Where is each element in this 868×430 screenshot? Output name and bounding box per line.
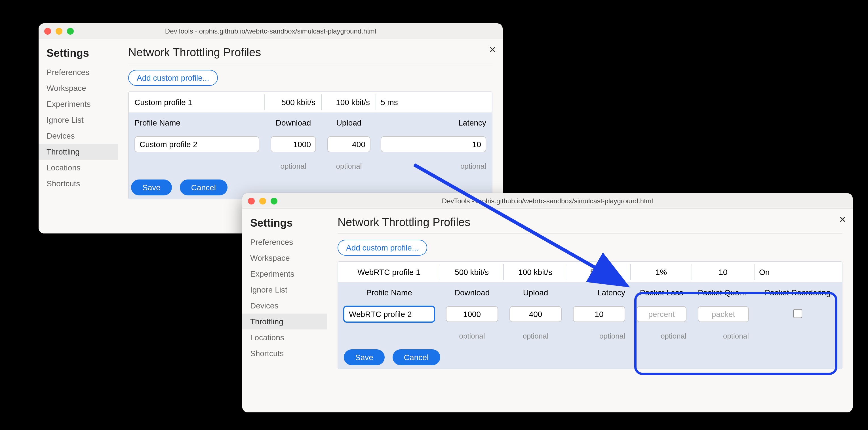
- sidebar-item-locations[interactable]: Locations: [242, 329, 327, 345]
- save-button[interactable]: Save: [131, 179, 172, 195]
- queue-length-input[interactable]: [698, 306, 749, 322]
- sidebar-item-ignore-list[interactable]: Ignore List: [242, 282, 327, 298]
- sidebar-item-workspace[interactable]: Workspace: [242, 250, 327, 266]
- optional-label: optional: [692, 328, 754, 343]
- cell-latency: 5 ms: [567, 264, 631, 280]
- optional-label: optional: [376, 158, 492, 174]
- sidebar-item-locations[interactable]: Locations: [38, 160, 118, 175]
- traffic-min-icon[interactable]: [259, 197, 266, 204]
- window-title: DevTools - orphis.github.io/webrtc-sandb…: [242, 197, 853, 205]
- sidebar-item-throttling[interactable]: Throttling: [242, 314, 327, 329]
- header-name: Profile Name: [129, 115, 265, 131]
- latency-input[interactable]: [381, 136, 486, 152]
- optional-label: optional: [440, 328, 504, 343]
- header-queue-length: Packet Queue Length: [692, 285, 754, 300]
- cell-download: 500 kbit/s: [440, 264, 504, 280]
- cell-name: Custom profile 1: [129, 94, 265, 110]
- cell-reordering: On: [754, 264, 842, 280]
- sidebar-item-throttling[interactable]: Throttling: [38, 144, 118, 160]
- window-title: DevTools - orphis.github.io/webrtc-sandb…: [38, 27, 503, 35]
- sidebar-item-shortcuts[interactable]: Shortcuts: [242, 345, 327, 361]
- titlebar: DevTools - orphis.github.io/webrtc-sandb…: [38, 23, 503, 39]
- cell-packet-loss: 1%: [631, 264, 692, 280]
- cell-latency: 5 ms: [376, 94, 492, 110]
- sidebar-item-experiments[interactable]: Experiments: [38, 96, 118, 112]
- profile-name-input[interactable]: [344, 306, 435, 322]
- download-input[interactable]: [446, 306, 498, 322]
- settings-heading: Settings: [38, 47, 118, 64]
- settings-sidebar: Settings Preferences Workspace Experimen…: [242, 209, 327, 412]
- optional-label: optional: [265, 158, 322, 174]
- header-latency: Latency: [376, 115, 492, 131]
- sidebar-item-ignore-list[interactable]: Ignore List: [38, 112, 118, 128]
- traffic-max-icon[interactable]: [271, 197, 277, 204]
- header-upload: Upload: [322, 115, 376, 131]
- traffic-close-icon[interactable]: [44, 28, 51, 34]
- edit-row: [338, 303, 842, 325]
- header-upload: Upload: [504, 285, 567, 300]
- close-icon[interactable]: ✕: [487, 44, 498, 55]
- optional-row: optional optional optional optional opti…: [338, 325, 842, 346]
- settings-heading: Settings: [242, 217, 327, 234]
- sidebar-item-devices[interactable]: Devices: [38, 128, 118, 144]
- close-icon[interactable]: ✕: [837, 213, 848, 225]
- profile-name-input[interactable]: [134, 136, 259, 152]
- optional-label: optional: [322, 158, 376, 174]
- edit-row: [129, 133, 492, 155]
- header-latency: Latency: [567, 285, 631, 300]
- headers-row: Profile Name Download Upload Latency: [129, 112, 492, 133]
- traffic-max-icon[interactable]: [67, 28, 74, 34]
- cancel-button[interactable]: Cancel: [180, 179, 227, 195]
- header-download: Download: [440, 285, 504, 300]
- sidebar-item-workspace[interactable]: Workspace: [38, 80, 118, 96]
- cell-download: 500 kbit/s: [265, 94, 322, 110]
- optional-label: optional: [567, 328, 631, 343]
- sidebar-item-experiments[interactable]: Experiments: [242, 266, 327, 282]
- header-reordering: Packet Reordering: [754, 285, 842, 300]
- page-title: Network Throttling Profiles: [128, 46, 492, 59]
- save-button[interactable]: Save: [344, 349, 385, 365]
- sidebar-item-preferences[interactable]: Preferences: [38, 64, 118, 80]
- header-packet-loss: Packet Loss: [631, 285, 692, 300]
- optional-row: optional optional optional: [129, 155, 492, 176]
- traffic-min-icon[interactable]: [56, 28, 62, 34]
- packet-loss-input[interactable]: [637, 306, 686, 322]
- sidebar-item-devices[interactable]: Devices: [242, 298, 327, 314]
- header-download: Download: [265, 115, 322, 131]
- page-title: Network Throttling Profiles: [338, 216, 842, 229]
- 米cell-upload: 100 kbit/s: [504, 264, 567, 280]
- titlebar: DevTools - orphis.github.io/webrtc-sandb…: [242, 193, 853, 209]
- optional-label: optional: [631, 328, 692, 343]
- reordering-checkbox[interactable]: [793, 309, 802, 318]
- sidebar-item-shortcuts[interactable]: Shortcuts: [38, 175, 118, 192]
- header-name: Profile Name: [338, 285, 440, 300]
- upload-input[interactable]: [509, 306, 562, 322]
- headers-row: Profile Name Download Upload Latency Pac…: [338, 282, 842, 303]
- cancel-button[interactable]: Cancel: [393, 349, 440, 365]
- profile-row[interactable]: Custom profile 1 500 kbit/s 100 kbit/s 5…: [129, 92, 492, 112]
- cell-queue-length: 10: [692, 264, 754, 280]
- download-input[interactable]: [271, 136, 316, 152]
- profiles-table: WebRTC profile 1 500 kbit/s 100 kbit/s 5…: [338, 261, 842, 369]
- add-profile-button[interactable]: Add custom profile...: [128, 70, 218, 86]
- profiles-table: Custom profile 1 500 kbit/s 100 kbit/s 5…: [128, 91, 492, 199]
- profile-row[interactable]: WebRTC profile 1 500 kbit/s 100 kbit/s 5…: [338, 262, 842, 282]
- settings-sidebar: Settings Preferences Workspace Experimen…: [38, 39, 118, 233]
- sidebar-item-preferences[interactable]: Preferences: [242, 234, 327, 250]
- cell-upload: 100 kbit/s: [322, 94, 376, 110]
- optional-label: optional: [504, 328, 567, 343]
- traffic-close-icon[interactable]: [248, 197, 255, 204]
- cell-name: WebRTC profile 1: [338, 264, 440, 280]
- latency-input[interactable]: [573, 306, 625, 322]
- upload-input[interactable]: [327, 136, 370, 152]
- add-profile-button[interactable]: Add custom profile...: [338, 240, 427, 256]
